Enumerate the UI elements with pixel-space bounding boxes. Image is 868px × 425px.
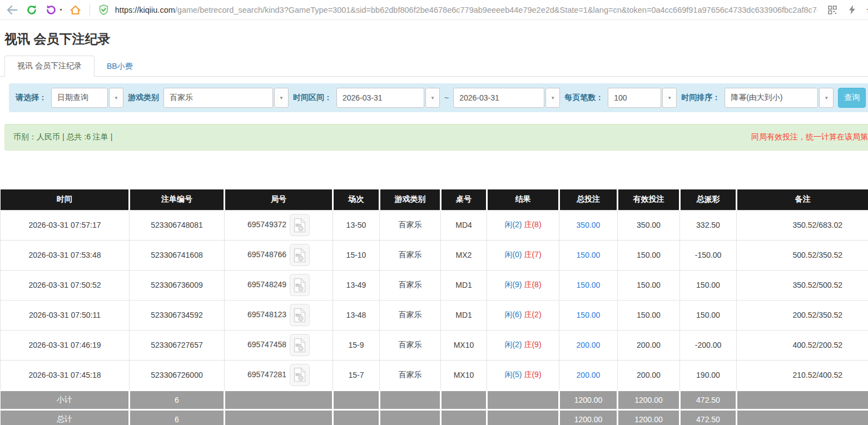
undo-dropdown-caret-icon[interactable]: ▼ [59,8,63,12]
cell-time: 2026-03-31 07:50:52 [1,270,130,300]
video-replay-button[interactable] [290,274,310,296]
game-type-caret-icon[interactable]: ▼ [274,88,289,108]
cell-payout: 332.50 [680,210,737,240]
subtotal-row: 小计 6 1200.00 1200.00 472.50 [1,390,868,409]
date-to-caret-icon[interactable]: ▼ [545,88,560,108]
home-icon[interactable] [69,3,82,17]
address-bar[interactable]: https://kiqiiu.com/game/betrecord_search… [97,3,817,17]
video-file-icon [294,278,306,293]
result-player: 闲(9) [504,280,522,289]
query-type-input[interactable] [51,88,108,108]
video-file-icon [294,248,306,263]
cell-session: 13-49 [333,270,380,300]
table-row: 2026-03-31 07:50:11 523306734592 6957481… [1,300,868,330]
cell-remark: 400.52/200.52 [737,330,868,360]
header-table-no: 桌号 [441,189,487,210]
query-type-caret-icon[interactable]: ▼ [109,88,123,108]
cell-total-bet: 200.00 [559,360,618,390]
per-page-input[interactable] [608,88,661,108]
toolbar-right-icons: ★ [826,3,868,17]
video-replay-button[interactable] [290,214,310,236]
tab-bb-tip[interactable]: BB小费 [95,57,145,77]
cell-game: 百家乐 [380,270,441,300]
select-label: 请选择： [16,93,47,103]
result-banker: 庄(7) [524,250,541,259]
search-button[interactable]: 查询 [838,88,866,108]
total-valid-bet: 1200.00 [618,409,680,425]
cell-round-id: 695748123 [225,300,333,330]
header-total-bet: 总投注 [559,189,618,210]
sort-combo: ▼ [725,88,834,108]
cell-session: 13-48 [333,300,380,330]
video-replay-button[interactable] [290,364,310,386]
cell-total-bet: 150.00 [559,300,618,330]
page-title: 视讯 会员下注纪录 [4,31,868,48]
url-host: https://kiqiiu.com [115,6,175,14]
total-bet-link[interactable]: 150.00 [577,281,601,289]
video-replay-button[interactable] [290,304,310,326]
cell-round-id: 695747281 [225,360,333,390]
cell-valid-bet: 350.00 [618,210,680,240]
warning-note-text: 同局有效投注，统一计算在该局第 [751,132,868,142]
cell-round-id: 695748249 [225,270,333,300]
cell-round-id: 695748766 [225,240,333,270]
cell-table-no: MX10 [441,360,487,390]
cell-remark: 350.52/683.02 [737,210,868,240]
total-row: 总计 6 1200.00 1200.00 472.50 [1,409,868,425]
per-page-caret-icon[interactable]: ▼ [662,88,677,108]
date-from-input[interactable] [336,88,424,108]
result-banker: 庄(9) [524,370,541,379]
sort-label: 时间排序： [681,93,720,103]
header-remark: 备注 [737,189,868,210]
result-player: 闲(2) [504,340,522,349]
qr-code-icon[interactable] [826,3,839,17]
video-replay-button[interactable] [290,244,310,266]
cell-time: 2026-03-31 07:46:19 [1,330,130,360]
cell-table-no: MX10 [441,330,487,360]
cell-game: 百家乐 [380,330,441,360]
security-shield-icon[interactable] [97,3,111,17]
header-result: 结果 [487,189,559,210]
cell-table-no: MX2 [441,240,487,270]
video-replay-button[interactable] [290,334,310,356]
subtotal-valid-bet: 1200.00 [618,390,680,409]
cell-total-bet: 150.00 [559,240,618,270]
header-bet-id: 注单编号 [130,189,225,210]
cell-bet-id: 523306726000 [130,360,225,390]
total-bet-link[interactable]: 200.00 [577,371,601,379]
video-file-icon [294,218,306,233]
refresh-icon[interactable] [25,3,38,17]
total-bet-link[interactable]: 150.00 [577,311,601,319]
total-payout: 472.50 [680,409,737,425]
sort-caret-icon[interactable]: ▼ [819,88,834,108]
date-range-tilde: ~ [444,93,449,102]
result-banker: 庄(8) [524,220,541,229]
sort-input[interactable] [725,88,818,108]
total-count: 6 [130,409,225,425]
per-page-label: 每页笔数： [564,93,603,103]
toolbar-divider [90,4,90,16]
date-to-combo: ▼ [453,88,560,108]
tab-bet-records[interactable]: 视讯 会员下注纪录 [4,56,95,77]
cell-session: 15-9 [333,330,380,360]
total-bet-link[interactable]: 350.00 [577,221,601,229]
clipped-star-icon[interactable]: ★ [866,4,868,15]
total-bet-link[interactable]: 200.00 [577,341,601,349]
date-to-input[interactable] [453,88,544,108]
game-type-input[interactable] [163,88,273,108]
cell-bet-id: 523306727657 [130,330,225,360]
result-banker: 庄(8) [524,280,541,289]
total-bet-link[interactable]: 150.00 [577,251,601,259]
url-text[interactable]: https://kiqiiu.com/game/betrecord_search… [115,6,817,14]
round-id-text: 695748123 [247,310,286,319]
date-from-caret-icon[interactable]: ▼ [425,88,440,108]
undo-icon[interactable] [44,3,58,17]
round-id-text: 695749372 [247,220,286,229]
header-valid-bet: 有效投注 [618,189,680,210]
cell-valid-bet: 200.00 [618,360,680,390]
undo-button[interactable]: ▼ [44,3,63,17]
back-icon[interactable] [6,3,19,17]
cell-result: 闲(9) 庄(8) [487,270,559,300]
cell-valid-bet: 150.00 [618,240,680,270]
lightning-icon[interactable] [846,3,859,17]
